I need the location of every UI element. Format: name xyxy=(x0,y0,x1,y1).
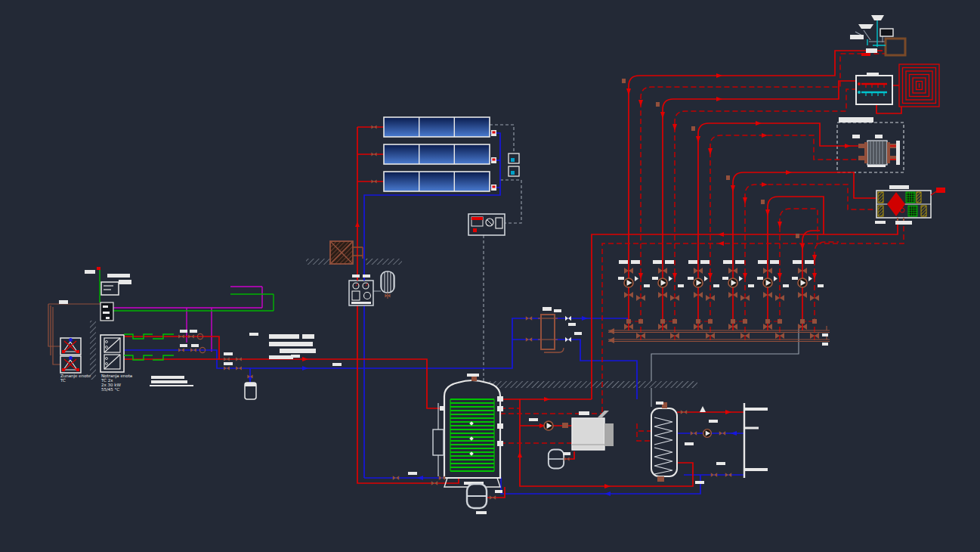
solar-collector-row-3 xyxy=(384,172,490,191)
cad-text-label: 55/45 °C xyxy=(101,387,119,392)
cad-drawing-canvas: Zunanje enoteTČNotranja enotaTČ 2x2x 30 … xyxy=(0,0,980,552)
cad-text-label: TČ xyxy=(60,377,66,383)
solar-collector-row-2 xyxy=(384,144,490,164)
expansion-vessel-boiler xyxy=(549,450,564,469)
bathroom-flag-label xyxy=(850,35,864,39)
schematic-svg: Zunanje enoteTČNotranja enotaTČ 2x2x 30 … xyxy=(0,0,980,552)
solar-controller-station xyxy=(468,214,505,235)
wall-hatch xyxy=(90,321,96,380)
outdoor-unit-1 xyxy=(60,338,81,355)
bathroom-window xyxy=(880,29,893,36)
heat-pump-indoor-cabinet xyxy=(100,335,124,372)
cad-text-label: TČ 2x xyxy=(100,377,113,383)
floor-heating-manifold-cabinet xyxy=(856,76,892,104)
solar-collector-row-1 xyxy=(384,117,490,137)
solar-pump-group xyxy=(349,277,373,305)
tank-level-gauge xyxy=(433,430,444,455)
outdoor-unit-2 xyxy=(60,356,81,373)
ahu-coil-1 xyxy=(906,192,915,203)
ahu-coil-2 xyxy=(908,206,917,216)
bathtub xyxy=(886,39,905,55)
dhw-circulation-pump xyxy=(703,430,712,438)
expansion-vessel-buffer xyxy=(467,484,487,508)
